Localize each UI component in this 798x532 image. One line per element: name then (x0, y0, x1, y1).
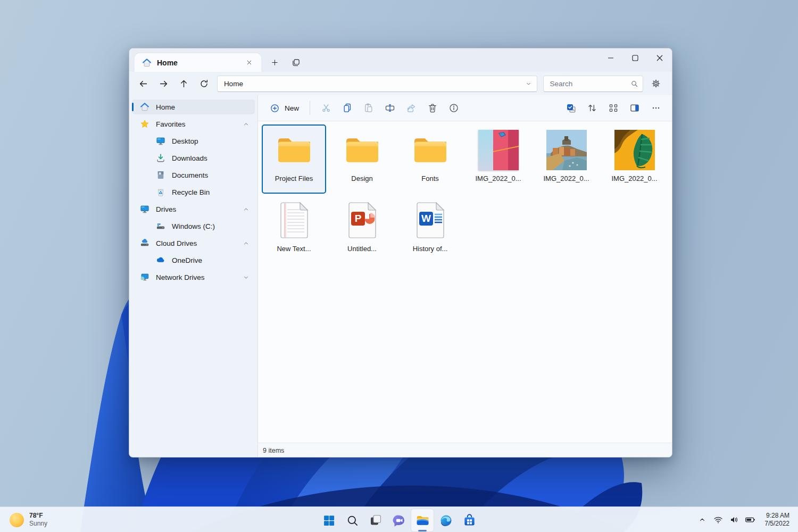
sidebar-item-onedrive[interactable]: OneDrive (132, 253, 255, 268)
address-dropdown-icon[interactable] (525, 80, 533, 88)
sidebar-label: Windows (C:) (172, 222, 255, 230)
sidebar-section-network-drives[interactable]: Network Drives (132, 270, 255, 285)
file-tile-img-1[interactable]: IMG_2022_0... (466, 124, 530, 194)
paste-icon[interactable] (359, 99, 379, 117)
window-controls (598, 48, 672, 68)
folder-icon (331, 126, 393, 174)
select-all-icon[interactable] (561, 99, 581, 117)
drives-icon (140, 204, 149, 214)
sidebar-item-windows-c[interactable]: Windows (C:) (132, 219, 255, 234)
weather-condition: Sunny (29, 520, 47, 528)
sidebar-label: Recycle Bin (172, 188, 255, 196)
start-button[interactable] (317, 509, 340, 532)
chevron-down-icon[interactable] (240, 271, 252, 283)
file-name: History of... (413, 245, 448, 253)
delete-icon[interactable] (422, 99, 443, 117)
recycle-bin-icon (156, 187, 165, 197)
tab-overview-button[interactable] (288, 55, 304, 70)
weather-widget[interactable]: 78°F Sunny (4, 507, 53, 532)
share-icon[interactable] (401, 99, 421, 117)
rename-icon[interactable] (380, 99, 400, 117)
view-options-icon[interactable] (603, 99, 624, 117)
sidebar-label: Documents (172, 171, 255, 179)
file-tile-img-2[interactable]: IMG_2022_0... (534, 124, 598, 194)
file-name: Fonts (421, 174, 439, 183)
edge-button[interactable] (434, 509, 458, 532)
sidebar-section-drives[interactable]: Drives (132, 202, 255, 217)
tab-home[interactable]: Home (135, 53, 261, 72)
desktop: Home (0, 0, 798, 532)
refresh-icon[interactable] (194, 74, 214, 93)
sidebar-section-favorites[interactable]: Favorites (132, 117, 255, 131)
folder-icon (399, 126, 461, 174)
maximize-button[interactable] (623, 48, 647, 68)
weather-temp: 78°F (29, 512, 47, 520)
store-button[interactable] (458, 509, 481, 532)
desktop-icon (156, 136, 165, 146)
chevron-up-icon[interactable] (240, 118, 252, 130)
image-thumbnail-tropical-leaf (603, 126, 666, 174)
command-bar: New (258, 95, 672, 121)
more-options-icon[interactable] (646, 99, 666, 117)
clock-date: 7/5/2022 (764, 520, 789, 528)
taskbar-clock[interactable]: 9:28 AM 7/5/2022 (759, 512, 794, 528)
chevron-up-icon[interactable] (240, 237, 252, 249)
file-tile-history-document[interactable]: W History of... (398, 195, 462, 264)
chat-button[interactable] (387, 509, 411, 532)
file-tile-project-files[interactable]: Project Files (262, 124, 326, 194)
volume-icon[interactable] (727, 512, 741, 528)
file-explorer-button[interactable] (411, 509, 434, 532)
sidebar-section-cloud-drives[interactable]: Cloud Drives (132, 236, 255, 251)
file-name: IMG_2022_0... (612, 174, 658, 183)
wifi-icon[interactable] (711, 512, 725, 528)
download-icon (156, 153, 165, 163)
file-tile-design[interactable]: Design (330, 124, 394, 194)
up-icon[interactable] (173, 74, 194, 93)
file-explorer-window: Home (129, 48, 672, 458)
sidebar-item-desktop[interactable]: Desktop (132, 134, 255, 148)
sidebar-label: Cloud Drives (156, 239, 240, 247)
file-tile-img-3[interactable]: IMG_2022_0... (602, 124, 667, 194)
address-bar[interactable]: Home (217, 76, 537, 92)
file-tile-fonts[interactable]: Fonts (398, 124, 462, 194)
file-tile-untitled-presentation[interactable]: P Untitled... (330, 195, 394, 264)
minimize-button[interactable] (598, 48, 623, 68)
cut-icon[interactable] (316, 99, 336, 117)
sidebar-item-downloads[interactable]: Downloads (132, 151, 255, 165)
sidebar-item-home[interactable]: Home (132, 99, 255, 114)
details-pane-icon[interactable] (625, 99, 645, 117)
sidebar-item-documents[interactable]: Documents (132, 168, 255, 182)
home-icon (140, 102, 149, 112)
sidebar-label: Network Drives (156, 273, 240, 281)
sidebar: Home Favorites Desktop (129, 95, 258, 458)
status-bar: 9 items (258, 443, 672, 458)
address-text: Home (224, 80, 525, 88)
new-button[interactable]: New (264, 99, 304, 117)
info-icon[interactable] (444, 99, 464, 117)
network-drive-icon (140, 272, 149, 282)
taskbar-search-button[interactable] (340, 509, 364, 532)
search-box[interactable] (543, 76, 644, 92)
sun-icon (10, 513, 24, 527)
navigation-bar: Home (129, 72, 672, 95)
tab-close-icon[interactable] (242, 56, 256, 70)
file-tile-new-text[interactable]: New Text... (262, 195, 326, 264)
search-input[interactable] (550, 80, 631, 88)
chevron-up-icon[interactable] (240, 203, 252, 215)
copy-icon[interactable] (337, 99, 358, 117)
file-name: IMG_2022_0... (544, 174, 589, 183)
task-view-button[interactable] (364, 509, 387, 532)
sort-icon[interactable] (582, 99, 602, 117)
file-grid: Project Files Design Fonts (258, 121, 672, 443)
settings-gear-icon[interactable] (646, 74, 666, 93)
battery-icon[interactable] (743, 512, 757, 528)
new-tab-button[interactable] (267, 55, 282, 70)
back-icon[interactable] (134, 74, 154, 93)
sidebar-item-recycle-bin[interactable]: Recycle Bin (132, 185, 255, 200)
tray-chevron-up-icon[interactable] (695, 512, 709, 528)
star-icon (140, 119, 149, 129)
close-button[interactable] (647, 48, 672, 68)
onedrive-cloud-icon (156, 255, 165, 265)
forward-icon[interactable] (154, 74, 174, 93)
tab-title: Home (157, 59, 242, 67)
